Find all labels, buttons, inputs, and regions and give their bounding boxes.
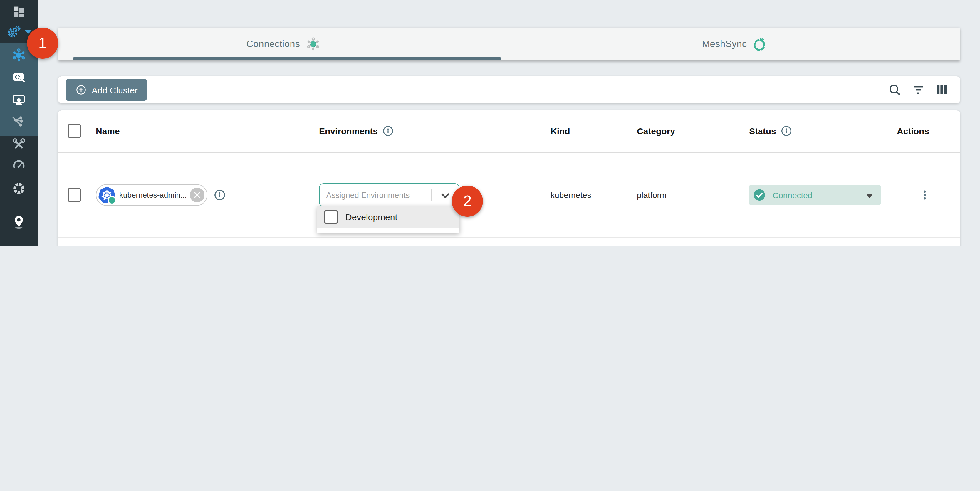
meshery-app: ? v0.7.77 Connections MeshSync — [0, 0, 980, 246]
table-row: in-cluster Assigned Environments kuberne… — [58, 238, 960, 246]
status-select[interactable]: Connected — [749, 185, 881, 205]
add-cluster-button[interactable]: Add Cluster — [66, 79, 147, 101]
env-placeholder: Assigned Environments — [326, 191, 410, 199]
env-option-development[interactable]: Development — [317, 205, 460, 228]
table-row: kubernetes-admin... Assigned Environment… — [58, 153, 960, 238]
dashboard-icon[interactable] — [0, 5, 38, 19]
kebab-menu-icon — [919, 189, 931, 201]
sidebar-item-extensions[interactable] — [0, 181, 38, 195]
select-all-checkbox[interactable] — [68, 124, 81, 138]
chevron-down-icon[interactable] — [438, 189, 452, 203]
extensions-icon — [12, 181, 26, 195]
connections-table: Name Environments Kind Category Status A… — [58, 110, 960, 246]
tab-bar: Connections MeshSync — [58, 28, 960, 60]
tab-connections-label: Connections — [247, 39, 300, 49]
info-icon[interactable] — [780, 125, 792, 137]
sidebar-item-screen[interactable] — [0, 93, 38, 107]
location-pin-icon — [11, 215, 26, 230]
row-actions-menu[interactable] — [904, 189, 945, 201]
annotation-badge-1: 1 — [27, 28, 58, 59]
column-environments: Environments — [319, 125, 394, 137]
option-checkbox[interactable] — [324, 210, 338, 224]
active-tab-indicator — [73, 57, 501, 60]
sidebar-item-environments[interactable] — [0, 215, 38, 230]
search-icon[interactable] — [888, 83, 902, 97]
tab-connections[interactable]: Connections — [58, 28, 509, 60]
column-actions: Actions — [875, 126, 951, 136]
connection-status-dot — [108, 195, 116, 204]
sidebar-divider — [0, 210, 38, 210]
environments-select[interactable]: Assigned Environments — [319, 183, 460, 207]
sidebar-item-performance[interactable] — [0, 158, 38, 172]
screen-user-icon — [12, 93, 26, 107]
sidebar-item-service-graph[interactable] — [0, 115, 38, 129]
add-cluster-label: Add Cluster — [92, 85, 138, 95]
sidebar-item-toolbox[interactable] — [0, 137, 38, 151]
kubernetes-icon — [98, 186, 116, 204]
connection-chip[interactable]: kubernetes-admin... — [96, 184, 207, 206]
table-toolbar: Add Cluster — [58, 76, 960, 103]
column-status: Status — [749, 125, 792, 137]
annotation-badge-2: 2 — [452, 186, 483, 217]
view-columns-icon[interactable] — [935, 83, 949, 97]
sidebar-item-adapters[interactable] — [0, 70, 38, 84]
category-value: platform — [637, 190, 667, 200]
row-checkbox[interactable] — [68, 188, 81, 202]
environments-menu: Development — [317, 205, 460, 233]
plus-circle-icon — [75, 84, 87, 96]
connection-name: kubernetes-admin... — [119, 191, 186, 199]
meshsync-icon — [752, 37, 767, 51]
tab-meshsync[interactable]: MeshSync — [509, 28, 960, 60]
check-circle-icon — [752, 188, 766, 202]
connections-tab-icon — [305, 37, 320, 52]
adapters-code-icon — [12, 70, 26, 84]
column-name: Name — [96, 126, 120, 136]
kind-value: kubernetes — [550, 190, 591, 200]
tab-meshsync-label: MeshSync — [702, 39, 747, 49]
connections-mesh-icon — [11, 48, 26, 63]
remove-connection-icon[interactable] — [190, 188, 204, 202]
connection-info-icon[interactable] — [213, 189, 226, 202]
table-header: Name Environments Kind Category Status A… — [58, 110, 960, 153]
performance-gauge-icon — [12, 158, 26, 172]
column-category: Category — [637, 126, 675, 136]
info-icon[interactable] — [382, 125, 394, 137]
service-graph-icon — [12, 115, 26, 129]
toolbox-wrenches-icon — [12, 137, 26, 151]
text-cursor — [325, 189, 326, 201]
filter-icon[interactable] — [911, 83, 925, 97]
column-kind: Kind — [550, 126, 570, 136]
caret-down-icon — [866, 193, 873, 198]
